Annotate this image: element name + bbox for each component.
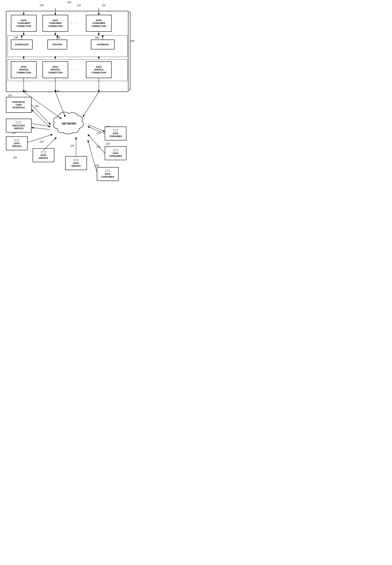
scheduler-label: SCHEDULER — [15, 43, 28, 46]
ref-116: 116 — [8, 94, 12, 97]
brace-140 — [129, 12, 130, 90]
ref-104: 104 — [13, 156, 17, 159]
database-box: DATABASE — [91, 40, 115, 49]
dcc-box-1: DATACONSUMERCONNECTION — [11, 15, 37, 32]
dcc-box-3: DATACONSUMERCONNECTION — [86, 15, 112, 32]
dc1-label: DATACONSUMER — [109, 132, 122, 138]
discovery-icon — [17, 121, 21, 123]
svg-line-22 — [32, 128, 50, 130]
dc2-icon — [113, 149, 118, 151]
ds2-box: DATASERVICE — [33, 148, 54, 162]
svg-line-28 — [88, 140, 97, 172]
ds2-label: DATASERVICE — [39, 154, 48, 160]
scheduler-box: SCHEDULER — [11, 40, 33, 49]
discovery-label: DISCOVERYSERVICE — [13, 124, 25, 130]
dots-bottom: · · · — [71, 68, 78, 71]
ds1-icon — [15, 139, 19, 141]
ref-100: 100 — [67, 1, 71, 4]
ref-142: 142 — [23, 90, 27, 93]
ref-110: 110 — [106, 142, 110, 145]
ds3-label: DATASERVICE — [71, 162, 81, 167]
ref-128: 128 — [95, 164, 99, 167]
ds2-icon — [41, 151, 46, 153]
ds1-box: DATASERVICE — [6, 136, 28, 150]
dots-top: · · · — [71, 21, 78, 25]
svg-text:NETWORK: NETWORK — [62, 122, 76, 125]
svg-line-21 — [32, 124, 50, 127]
ref-138: 138 — [95, 36, 99, 39]
dsc-label-2: DATASERVICECONNECTION — [48, 65, 63, 74]
ds1-label: DATASERVICE — [12, 142, 22, 148]
gui-label: GRAPHICALUSERINTERFACE — [12, 101, 25, 109]
ref-112: 112 — [97, 132, 101, 134]
dcc-label-1: DATACONSUMERCONNECTION — [16, 19, 31, 28]
ref-144: 144 — [55, 90, 59, 93]
dsc-label-1: DATASERVICECONNECTION — [16, 65, 31, 74]
gui-box: GRAPHICALUSERINTERFACE — [6, 97, 32, 113]
discovery-box: DISCOVERYSERVICE — [6, 119, 32, 133]
dsc-label-3: DATASERVICECONNECTION — [91, 65, 106, 74]
dc3-label: DATACONSUMER — [101, 173, 114, 178]
network-cloud: NETWORK — [50, 110, 88, 137]
dc1-icon — [113, 129, 118, 131]
dcc-label-3: DATACONSUMERCONNECTION — [91, 19, 106, 28]
ref-150: 150 — [40, 4, 43, 7]
dcc-label-2: DATACONSUMERCONNECTION — [48, 19, 63, 28]
ref-114: 114 — [77, 4, 81, 7]
ref-154: 154 — [35, 105, 39, 108]
svg-line-20 — [32, 110, 49, 127]
router-label: ROUTER — [53, 43, 62, 46]
svg-line-26 — [88, 127, 105, 134]
dsc-box-1: DATASERVICECONNECTION — [11, 61, 37, 78]
ref-140: 140 — [130, 40, 134, 42]
dc3-icon — [106, 170, 110, 172]
svg-line-19 — [32, 105, 50, 125]
ref-152: 152 — [102, 4, 106, 7]
ds3-icon — [74, 159, 78, 161]
svg-line-27 — [88, 134, 105, 153]
dc2-box: DATACONSUMER — [105, 146, 126, 160]
router-box: ROUTER — [47, 40, 67, 49]
ref-136: 136 — [56, 36, 60, 39]
dc2-label: DATACONSUMER — [109, 152, 122, 158]
ref-124: 124 — [40, 140, 43, 143]
svg-line-29 — [88, 125, 105, 132]
dsc-box-3: DATASERVICECONNECTION — [86, 61, 112, 78]
dc1-box: DATACONSUMER — [105, 127, 126, 140]
database-label: DATABASE — [97, 43, 109, 46]
diagram: 100 150 114 152 148 DATACONSUMERCONNECTI… — [0, 0, 138, 198]
ref-130: 130 — [96, 145, 100, 148]
dsc-box-2: DATASERVICECONNECTION — [42, 61, 68, 78]
dcc-box-2: DATACONSUMERCONNECTION — [42, 15, 68, 32]
ref-134: 134 — [14, 36, 18, 39]
ds3-box: DATASERVICE — [65, 156, 87, 170]
dc3-box: DATACONSUMER — [97, 167, 119, 181]
ref-126: 126 — [70, 144, 74, 147]
